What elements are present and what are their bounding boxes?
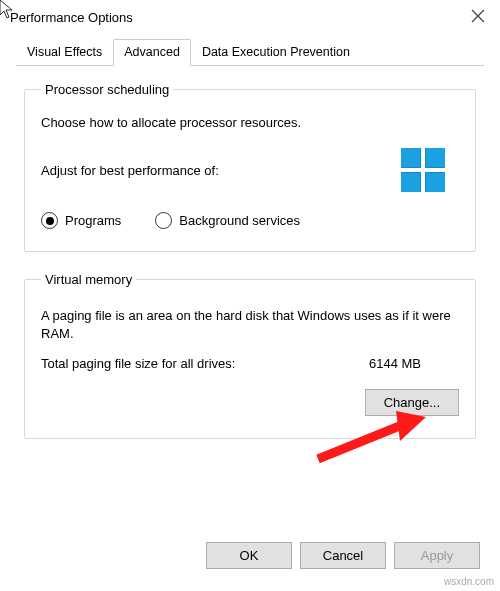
tab-dep[interactable]: Data Execution Prevention	[191, 39, 361, 66]
vm-size-label: Total paging file size for all drives:	[41, 356, 369, 371]
change-button[interactable]: Change...	[365, 389, 459, 416]
processor-scheduling-group: Processor scheduling Choose how to alloc…	[24, 82, 476, 252]
adjust-label: Adjust for best performance of:	[41, 163, 401, 178]
vm-size-value: 6144 MB	[369, 356, 459, 371]
virtual-memory-group: Virtual memory A paging file is an area …	[24, 272, 476, 439]
cursor-icon	[0, 0, 16, 20]
radio-programs[interactable]: Programs	[41, 212, 121, 229]
radio-icon	[155, 212, 172, 229]
radio-background-services[interactable]: Background services	[155, 212, 300, 229]
vm-legend: Virtual memory	[41, 272, 136, 287]
tab-advanced[interactable]: Advanced	[113, 39, 191, 66]
apply-button[interactable]: Apply	[394, 542, 480, 569]
close-icon[interactable]	[470, 8, 486, 24]
radio-icon	[41, 212, 58, 229]
dialog-buttons: OK Cancel Apply	[0, 532, 500, 569]
vm-description: A paging file is an area on the hard dis…	[41, 307, 459, 342]
processor-legend: Processor scheduling	[41, 82, 173, 97]
cancel-button[interactable]: Cancel	[300, 542, 386, 569]
titlebar: Performance Options	[0, 0, 500, 34]
radio-programs-label: Programs	[65, 213, 121, 228]
window-title: Performance Options	[10, 10, 490, 25]
tab-bar: Visual Effects Advanced Data Execution P…	[16, 38, 484, 66]
windows-logo-icon	[401, 148, 445, 192]
tab-content: Processor scheduling Choose how to alloc…	[0, 66, 500, 439]
processor-info: Choose how to allocate processor resourc…	[41, 115, 459, 130]
radio-bg-label: Background services	[179, 213, 300, 228]
tab-visual-effects[interactable]: Visual Effects	[16, 39, 113, 66]
watermark: wsxdn.com	[444, 576, 494, 587]
ok-button[interactable]: OK	[206, 542, 292, 569]
